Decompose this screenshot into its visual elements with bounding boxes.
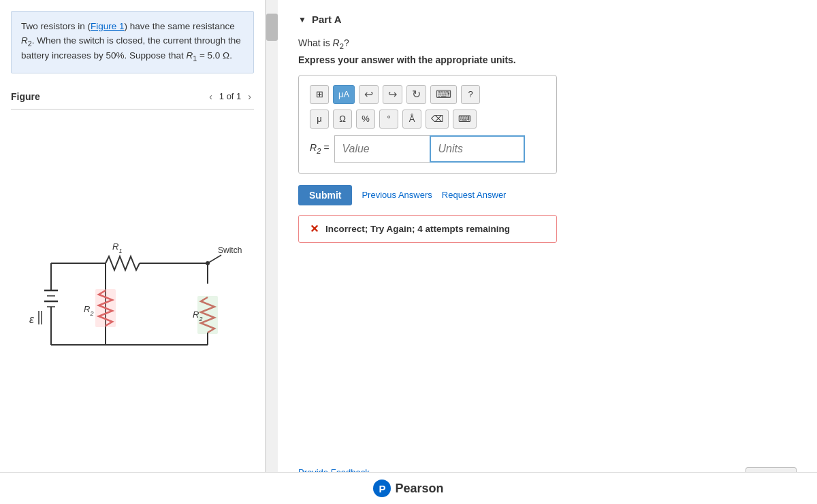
degree-btn[interactable]: ° — [379, 110, 398, 129]
svg-line-16 — [208, 255, 221, 263]
pearson-p-icon: P — [373, 480, 391, 497]
percent-btn[interactable]: % — [356, 110, 375, 129]
submit-btn[interactable]: Submit — [298, 185, 352, 205]
part-title: Part A — [312, 14, 342, 25]
delete-btn[interactable]: ⌫ — [426, 110, 449, 129]
grid-icon-btn[interactable]: ⊞ — [310, 85, 329, 104]
circuit-diagram: ε R1 — [24, 236, 242, 372]
figure-title: Figure — [11, 91, 40, 102]
answer-box: ⊞ μA ↩ ↪ ↻ ⌨ ? μ Ω % ° Å ⌫ ⌨ R2 = — [298, 75, 557, 174]
submit-controls: Submit Previous Answers Request Answer — [298, 185, 797, 205]
mu-a-btn[interactable]: μA — [333, 85, 355, 104]
keyboard2-btn[interactable]: ⌨ — [453, 110, 477, 129]
figure-nav: ‹ 1 of 1 › — [206, 90, 254, 103]
svg-text:R2: R2 — [84, 304, 93, 317]
instruction-text: Express your answer with the appropriate… — [298, 54, 797, 65]
keyboard-btn[interactable]: ⌨ — [430, 85, 457, 104]
bottom-bar: P Pearson — [0, 472, 817, 504]
right-panel: ▼ Part A What is R2? Express your answer… — [278, 0, 817, 504]
angstrom-btn[interactable]: Å — [402, 110, 421, 129]
error-box: ✕ Incorrect; Try Again; 4 attempts remai… — [298, 215, 557, 243]
help-btn[interactable]: ? — [461, 85, 480, 104]
svg-text:Switch: Switch — [218, 246, 242, 255]
svg-rect-20 — [197, 296, 218, 334]
svg-text:ε: ε — [29, 314, 35, 325]
toolbar-row2: μ Ω % ° Å ⌫ ⌨ — [310, 110, 545, 129]
units-input[interactable] — [430, 135, 525, 163]
pearson-brand: Pearson — [395, 482, 443, 496]
figure-header: Figure ‹ 1 of 1 › — [11, 84, 254, 110]
svg-rect-18 — [95, 289, 116, 327]
refresh-btn[interactable]: ↻ — [406, 85, 426, 104]
redo-btn[interactable]: ↪ — [383, 85, 402, 104]
undo-btn[interactable]: ↩ — [359, 85, 379, 104]
toolbar-row1: ⊞ μA ↩ ↪ ↻ ⌨ ? — [310, 85, 545, 104]
pearson-logo: P Pearson — [373, 480, 443, 497]
figure-link[interactable]: Figure 1 — [91, 21, 125, 31]
part-header: ▼ Part A — [298, 14, 797, 25]
left-panel: Two resistors in (Figure 1) have the sam… — [0, 0, 266, 504]
error-message: Incorrect; Try Again; 4 attempts remaini… — [325, 224, 510, 234]
mu-btn[interactable]: μ — [310, 110, 329, 129]
problem-text: Two resistors in (Figure 1) have the sam… — [11, 11, 254, 73]
input-label: R2 = — [310, 142, 329, 155]
value-input[interactable] — [334, 135, 430, 163]
figure-pagination: 1 of 1 — [219, 91, 242, 101]
question-main: What is R2? — [298, 37, 797, 50]
error-icon: ✕ — [310, 222, 319, 235]
part-arrow-icon: ▼ — [298, 15, 306, 24]
omega-btn[interactable]: Ω — [333, 110, 352, 129]
scrollbar-thumb[interactable] — [266, 14, 278, 41]
previous-answers-link[interactable]: Previous Answers — [362, 190, 432, 200]
figure-next-btn[interactable]: › — [245, 90, 254, 103]
figure-prev-btn[interactable]: ‹ — [206, 90, 215, 103]
input-row: R2 = — [310, 135, 545, 163]
svg-text:R1: R1 — [112, 241, 122, 254]
circuit-container: ε R1 — [11, 115, 254, 493]
request-answer-link[interactable]: Request Answer — [442, 190, 507, 200]
scrollbar[interactable] — [266, 0, 278, 504]
figure-panel: Figure ‹ 1 of 1 › — [0, 84, 265, 504]
